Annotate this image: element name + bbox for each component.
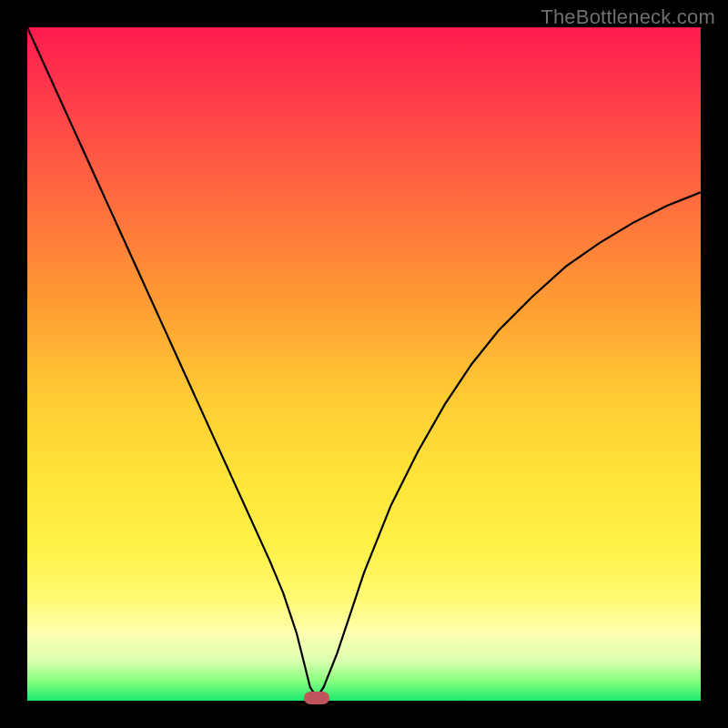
curve-svg (27, 27, 701, 701)
plot-area (27, 27, 701, 701)
bottleneck-curve (27, 27, 701, 697)
minimum-marker (304, 692, 329, 704)
watermark-label: TheBottleneck.com (541, 5, 715, 29)
chart-stage: TheBottleneck.com (0, 0, 728, 728)
